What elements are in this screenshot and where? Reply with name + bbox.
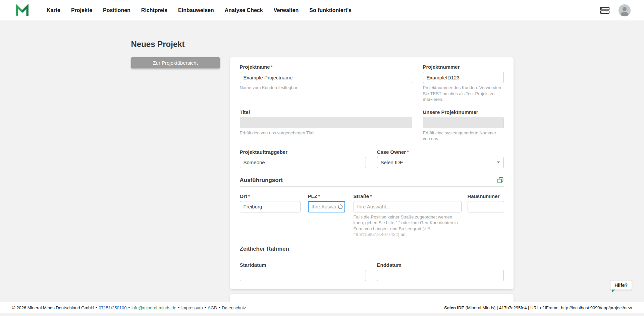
nav-item-einbauweisen[interactable]: Einbauweisen <box>178 7 214 13</box>
ort-field: Ort* <box>240 193 301 212</box>
chevron-down-icon <box>497 162 500 163</box>
nav-item-verwalten[interactable]: Verwalten <box>274 7 299 13</box>
section-divider <box>240 255 504 255</box>
logo-m-icon <box>15 3 29 17</box>
nav-item-analyse-check[interactable]: Analyse Check <box>225 7 263 13</box>
page-title: Neues Projekt <box>131 40 513 49</box>
strasse-label: Straße* <box>354 193 462 199</box>
right-column: Projektname* Name vom Kunden festlegbar … <box>230 57 514 302</box>
nav-item-richtpreis[interactable]: Richtpreis <box>141 7 167 13</box>
avatar <box>619 4 631 16</box>
footer-impressum-link[interactable]: Impressum <box>181 305 203 310</box>
enddatum-field: Enddatum <box>377 262 504 281</box>
footer-session-user: Selen IDE <box>444 305 464 310</box>
mineral-minds-logo[interactable] <box>15 3 29 17</box>
user-menu-button[interactable] <box>619 4 631 16</box>
footer-copyright: © 2026 Mineral Minds Deutschland GmbH <box>12 305 94 310</box>
server-button[interactable] <box>600 6 610 14</box>
case-owner-field: Case Owner* Selen IDE <box>377 149 504 168</box>
loading-spinner-icon <box>338 204 343 209</box>
titel-label: Titel <box>240 109 412 115</box>
new-project-form-card: Projektname* Name vom Kunden festlegbar … <box>230 57 514 289</box>
case-owner-selected-value: Selen IDE <box>381 160 404 165</box>
projektnummer-helper: Projektnummer des Kunden. Verwenden Sie … <box>423 85 504 103</box>
main-nav: Karte Projekte Positionen Richtpreis Ein… <box>47 7 352 13</box>
duplicate-location-button[interactable] <box>497 177 504 184</box>
projektnummer-label: Projektnummer <box>423 64 504 70</box>
titel-input <box>240 117 412 128</box>
projektname-label: Projektname* <box>240 64 412 70</box>
hausnummer-field: Hausnummer <box>468 193 504 212</box>
title-divider <box>131 52 513 52</box>
nav-item-projekte[interactable]: Projekte <box>71 7 92 13</box>
footer-separator: • <box>96 305 97 310</box>
hausnummer-input[interactable] <box>468 201 504 212</box>
unsere-projektnummer-helper: Erhält eine systemgenerierte Nummer von … <box>423 130 504 142</box>
required-marker: * <box>407 149 409 155</box>
footer-datenschutz-link[interactable]: Datenschutz <box>222 305 246 310</box>
nav-right-actions <box>600 4 631 16</box>
nav-item-so-funktionierts[interactable]: So funktioniert's <box>309 7 352 13</box>
person-icon <box>619 4 631 16</box>
copy-icon <box>497 177 504 184</box>
projektname-input[interactable] <box>240 72 412 83</box>
left-column: Zur Projektübersicht <box>131 57 220 68</box>
footer: © 2026 Mineral Minds Deutschland GmbH • … <box>0 302 644 313</box>
required-marker: * <box>271 64 273 70</box>
ort-label: Ort* <box>240 193 301 199</box>
strasse-helper: Falls die Position keiner Straße zugeord… <box>354 214 462 238</box>
main-content: Neues Projekt Zur Projektübersicht Proje… <box>131 20 513 302</box>
projektname-field: Projektname* Name vom Kunden festlegbar <box>240 64 412 91</box>
plz-field: PLZ* <box>308 193 345 212</box>
plz-label: PLZ* <box>308 193 345 199</box>
server-icon <box>600 6 610 14</box>
nav-item-karte[interactable]: Karte <box>47 7 60 13</box>
ort-input[interactable] <box>240 201 301 212</box>
projektauftraggeber-field: Projektauftraggeber <box>240 149 366 168</box>
projektauftraggeber-input[interactable] <box>240 157 366 168</box>
startdatum-input[interactable] <box>240 270 366 281</box>
projektname-helper: Name vom Kunden festlegbar <box>240 85 412 91</box>
projektnummer-input[interactable] <box>423 72 504 83</box>
back-to-project-overview-button[interactable]: Zur Projektübersicht <box>131 57 220 68</box>
footer-separator: • <box>219 305 220 310</box>
startdatum-field: Startdatum <box>240 262 366 281</box>
projektauftraggeber-label: Projektauftraggeber <box>240 149 366 155</box>
nav-item-positionen[interactable]: Positionen <box>103 7 130 13</box>
section-divider <box>240 186 504 187</box>
enddatum-label: Enddatum <box>377 262 504 268</box>
hausnummer-label: Hausnummer <box>468 193 504 199</box>
startdatum-label: Startdatum <box>240 262 366 268</box>
footer-phone-link[interactable]: 07151/250100 <box>99 305 126 310</box>
titel-helper: Erhält den von uns vorgegebenen Titel. <box>240 130 412 136</box>
top-navigation: Karte Projekte Positionen Richtpreis Ein… <box>0 0 644 20</box>
unsere-projektnummer-label: Unsere Projektnummer <box>423 109 504 115</box>
footer-separator: • <box>205 305 206 310</box>
footer-separator: • <box>128 305 130 310</box>
case-owner-label: Case Owner* <box>377 149 504 155</box>
footer-session-rest: (Mineral Minds) | 417b7c295fe4 | URL of … <box>464 305 632 310</box>
footer-agb-link[interactable]: AGB <box>208 305 217 310</box>
enddatum-input[interactable] <box>377 270 504 281</box>
unsere-projektnummer-input <box>423 117 504 128</box>
unsere-projektnummer-field: Unsere Projektnummer Erhält eine systemg… <box>423 109 504 142</box>
projektnummer-field: Projektnummer Projektnummer des Kunden. … <box>423 64 504 103</box>
section-title-zeitlicher-rahmen: Zeitlicher Rahmen <box>240 246 289 252</box>
strasse-field: Straße* Falls die Position keiner Straße… <box>354 193 462 238</box>
footer-session-info: Selen IDE (Mineral Minds) | 417b7c295fe4… <box>444 305 632 310</box>
footer-separator: • <box>178 305 180 310</box>
next-card-sliver <box>230 294 514 302</box>
footer-email-link[interactable]: info@mineral-minds.de <box>131 305 176 310</box>
required-marker: * <box>318 193 320 199</box>
case-owner-select[interactable]: Selen IDE <box>377 157 504 168</box>
section-title-ausfuehrungsort: Ausführungsort <box>240 177 283 184</box>
required-marker: * <box>248 193 250 199</box>
help-button[interactable]: Hilfe? <box>610 280 632 290</box>
required-marker: * <box>370 193 372 199</box>
strasse-input[interactable] <box>354 201 462 212</box>
titel-field: Titel Erhält den von uns vorgegebenen Ti… <box>240 109 412 136</box>
